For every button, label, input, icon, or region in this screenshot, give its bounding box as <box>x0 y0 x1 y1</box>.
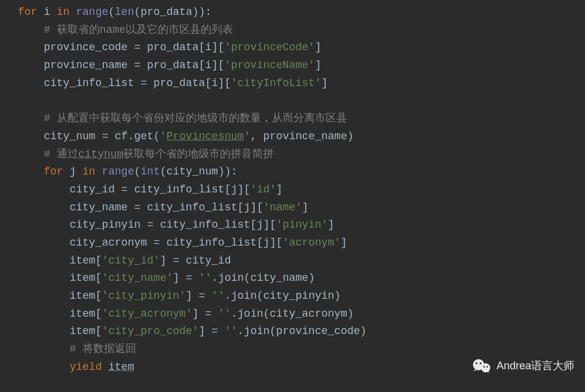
code-line: for i in range(len(pro_data)): <box>18 6 212 18</box>
code-line: city_id = city_info_list[j]['id'] <box>18 183 283 195</box>
svg-point-4 <box>483 366 485 368</box>
code-line: city_acronym = city_info_list[j]['acrony… <box>18 237 347 249</box>
code-line: # 从配置中获取每个省份对应的地级市的数量，从而分离市区县 <box>18 112 347 124</box>
watermark-text: Andrea语言大师 <box>497 357 574 375</box>
watermark: Andrea语言大师 <box>471 357 574 375</box>
code-line <box>18 94 24 106</box>
code-line: city_name = city_info_list[j]['name'] <box>18 201 308 213</box>
code-line: province_code = pro_data[i]['provinceCod… <box>18 41 321 53</box>
svg-point-1 <box>481 363 490 372</box>
code-line: # 将数据返回 <box>18 343 136 355</box>
code-line: for j in range(int(city_num)): <box>18 166 237 177</box>
code-line: city_info_list = pro_data[i]['cityInfoLi… <box>18 77 328 89</box>
code-line: city_num = cf.get('Provincesnum', provin… <box>18 130 354 142</box>
code-editor[interactable]: for i in range(len(pro_data)): # 获取省的nam… <box>0 4 585 376</box>
svg-point-2 <box>476 363 477 365</box>
code-line: item['city_acronym'] = ''.join(city_acro… <box>18 308 354 320</box>
code-line: city_pinyin = city_info_list[j]['pinyin'… <box>18 219 334 231</box>
svg-point-5 <box>486 366 488 368</box>
code-line: item['city_pro_code'] = ''.join(province… <box>18 325 366 337</box>
code-line: yield item <box>18 361 134 373</box>
code-line: # 通过citynum获取每个省的地级市的拼音简拼 <box>18 148 274 160</box>
code-line: # 获取省的name以及它的市区县的列表 <box>18 24 233 36</box>
code-line: item['city_name'] = ''.join(city_name) <box>18 272 315 284</box>
code-line: item['city_id'] = city_id <box>18 255 231 267</box>
svg-point-3 <box>480 363 482 365</box>
wechat-icon <box>471 358 492 375</box>
code-line: item['city_pinyin'] = ''.join(city_pinyi… <box>18 290 341 302</box>
code-line: province_name = pro_data[i]['provinceNam… <box>18 59 321 71</box>
